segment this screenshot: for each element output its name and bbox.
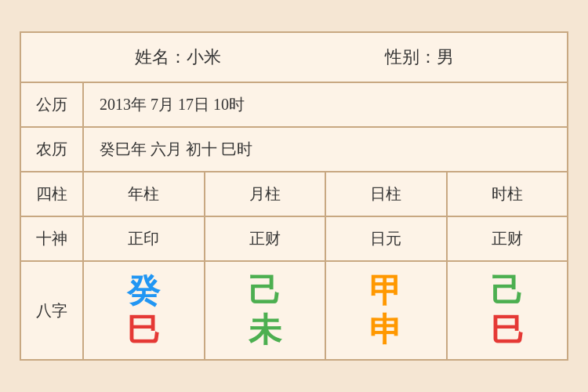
shishen-row: 十神 正印 正财 日元 正财: [21, 217, 567, 262]
pillar-label: 四柱: [21, 172, 84, 216]
bazi-top-0: 癸: [127, 274, 160, 307]
pillar-shi: 时柱: [448, 172, 568, 216]
pillar-ri: 日柱: [326, 172, 448, 216]
gender-label: 性别：男: [385, 45, 454, 69]
pillar-row: 四柱 年柱 月柱 日柱 时柱: [21, 172, 567, 217]
pillar-nian: 年柱: [84, 172, 205, 216]
bazi-col-3: 己 巳: [448, 262, 568, 359]
bazi-label: 八字: [21, 262, 84, 359]
bazi-bottom-0: 巳: [127, 314, 160, 347]
lunar-row: 农历 癸巳年 六月 初十 巳时: [21, 128, 567, 172]
solar-label: 公历: [21, 83, 84, 126]
lunar-label: 农历: [21, 128, 84, 171]
bazi-top-1: 己: [249, 274, 281, 307]
bazi-col-0: 癸 巳: [84, 262, 205, 359]
bazi-bottom-2: 申: [369, 314, 402, 347]
solar-row: 公历 2013年 7月 17日 10时: [21, 83, 567, 128]
shishen-3: 正财: [448, 217, 568, 260]
shishen-2: 日元: [326, 217, 448, 260]
shishen-0: 正印: [84, 217, 205, 260]
main-container: 姓名：小米 性别：男 公历 2013年 7月 17日 10时 农历 癸巳年 六月…: [20, 31, 568, 361]
bazi-row: 八字 癸 巳 己 未 甲 申 己 巳: [21, 262, 567, 359]
lunar-value: 癸巳年 六月 初十 巳时: [84, 128, 567, 171]
bazi-col-1: 己 未: [205, 262, 327, 359]
pillar-yue: 月柱: [205, 172, 327, 216]
shishen-1: 正财: [205, 217, 327, 260]
name-label: 姓名：小米: [135, 45, 221, 69]
bazi-bottom-1: 未: [249, 314, 281, 347]
header-row: 姓名：小米 性别：男: [21, 33, 567, 83]
solar-value: 2013年 7月 17日 10时: [84, 83, 567, 126]
bazi-bottom-3: 巳: [491, 314, 524, 347]
shishen-label: 十神: [21, 217, 84, 260]
bazi-col-2: 甲 申: [326, 262, 448, 359]
bazi-top-3: 己: [491, 274, 524, 307]
bazi-top-2: 甲: [369, 274, 402, 307]
